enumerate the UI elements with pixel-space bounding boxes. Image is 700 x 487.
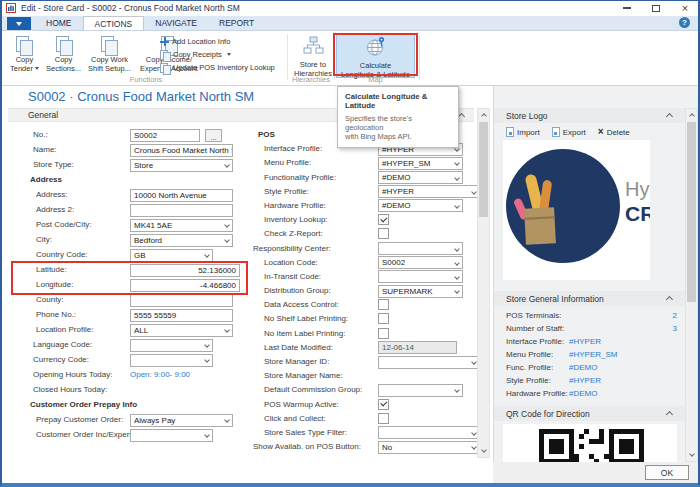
field-checkbox[interactable] <box>378 413 389 424</box>
copy-sections-button[interactable]: CopySections... <box>44 34 83 78</box>
info-value[interactable]: #HYPER_SM <box>569 350 617 359</box>
field-textbox[interactable]: 52.136000 <box>130 264 240 277</box>
info-value[interactable]: #HYPER <box>569 376 601 385</box>
copy-tender-button[interactable]: CopyTender <box>8 34 41 78</box>
field-textbox[interactable]: 10000 North Avenue <box>130 189 233 202</box>
maximize-icon[interactable] <box>651 3 661 13</box>
field-checkbox[interactable] <box>378 214 389 225</box>
field-dropdown[interactable] <box>378 426 480 439</box>
close-icon[interactable]: × <box>680 3 690 13</box>
field-dropdown[interactable]: S0002 <box>378 256 463 269</box>
copy-receipts-button[interactable]: Copy Receipts <box>160 49 231 60</box>
info-value[interactable]: 2 <box>673 311 677 320</box>
button-label: Add Location Info <box>172 37 230 46</box>
ok-button[interactable]: OK <box>645 465 689 480</box>
field-label: Store Sales Type Filter: <box>264 428 347 437</box>
field-dropdown[interactable] <box>378 270 463 283</box>
lookup-button[interactable]: ... <box>205 129 222 142</box>
copy-work-shift-setup-button[interactable]: Copy WorkShift Setup... <box>86 34 133 78</box>
collapse-icon[interactable] <box>666 296 673 303</box>
field-row: Currency Code: <box>20 353 252 368</box>
field-dropdown[interactable] <box>378 356 480 369</box>
field-dropdown[interactable]: #HYPER <box>378 185 480 198</box>
field-dropdown[interactable]: #HYPER_SM <box>378 157 463 170</box>
field-dropdown[interactable]: No <box>378 441 480 454</box>
field-checkbox[interactable] <box>378 299 389 310</box>
delete-button[interactable]: ×Delete <box>598 127 630 137</box>
add-location-info-button[interactable]: Add Location Info <box>160 36 230 47</box>
info-value[interactable]: #DEMO <box>569 363 597 372</box>
tab-actions[interactable]: ACTIONS <box>83 16 145 30</box>
scrollbar-thumb[interactable] <box>479 122 488 217</box>
field-dropdown[interactable]: ALL <box>130 324 233 337</box>
field-row: Style Profile:#HYPER <box>250 185 485 199</box>
field-dropdown[interactable]: SUPERMARK <box>378 285 463 298</box>
field-checkbox[interactable] <box>378 328 389 339</box>
factbox-scrollbar[interactable] <box>685 108 698 462</box>
org-chart-icon <box>302 35 324 60</box>
field-value: Cronus Food Market North SM <box>134 146 233 155</box>
tab-home[interactable]: HOME <box>35 16 83 30</box>
field-dropdown[interactable] <box>130 354 213 367</box>
field-label: Location Code: <box>264 258 318 267</box>
info-row: POS Terminals:2 <box>494 309 677 322</box>
field-row: Post Code/City:MK41 5AE <box>20 218 252 233</box>
field-dropdown[interactable] <box>378 384 463 397</box>
field-dropdown[interactable]: #DEMO <box>378 199 463 212</box>
field-label: Style Profile: <box>264 187 309 196</box>
field-textbox[interactable] <box>130 294 233 307</box>
field-textbox[interactable]: Cronus Food Market North SM <box>130 144 233 157</box>
minimize-icon[interactable] <box>622 3 632 13</box>
collapse-icon[interactable] <box>666 411 673 418</box>
store-to-hierarchies-button[interactable]: Store toHierarchies <box>292 34 334 78</box>
factbox-store-info-header[interactable]: Store General Information <box>494 291 698 306</box>
field-textbox[interactable]: S0002 <box>130 129 200 142</box>
info-value[interactable]: #DEMO <box>569 389 597 398</box>
form-scrollbar[interactable] <box>477 108 490 458</box>
collapse-icon[interactable] <box>666 113 673 120</box>
field-label: Language Code: <box>33 340 92 349</box>
field-checkbox[interactable] <box>378 228 389 239</box>
field-dropdown[interactable] <box>130 339 213 352</box>
scroll-down-icon[interactable] <box>686 449 697 461</box>
field-dropdown[interactable]: Bedford <box>130 234 233 247</box>
info-label: Menu Profile: <box>506 350 553 359</box>
copy-document-icon <box>160 50 170 60</box>
update-pos-inventory-lookup-button[interactable]: Update POS Inventory Lookup <box>160 62 275 73</box>
factbox-qr-header[interactable]: QR Code for Direction <box>494 406 698 421</box>
field-dropdown[interactable] <box>378 242 463 255</box>
tab-report[interactable]: REPORT <box>208 16 265 30</box>
scrollbar-thumb[interactable] <box>687 122 696 302</box>
help-icon[interactable]: ? <box>679 17 690 28</box>
calculate-longitude-latitude-button[interactable]: CalculateLongitude & Latitude <box>336 34 415 78</box>
field-dropdown[interactable]: Always Pay <box>130 414 233 427</box>
application-menu-button[interactable] <box>7 17 31 30</box>
info-value[interactable]: 3 <box>673 324 677 333</box>
tab-navigate[interactable]: NAVIGATE <box>144 16 208 30</box>
scroll-up-icon[interactable] <box>686 109 697 121</box>
field-textbox[interactable]: 5555 55559 <box>130 309 233 322</box>
field-dropdown[interactable]: Store <box>130 159 233 172</box>
field-checkbox[interactable] <box>378 399 389 410</box>
export-button[interactable]: Export <box>552 127 586 137</box>
scroll-up-icon[interactable] <box>478 109 489 121</box>
dropdown-caret-icon <box>224 237 230 243</box>
field-textbox[interactable]: 12-06-14 <box>378 341 457 354</box>
field-dropdown[interactable]: GB <box>130 249 213 262</box>
field-dropdown[interactable]: MK41 5AE <box>130 219 233 232</box>
field-dropdown[interactable] <box>130 429 213 442</box>
field-textbox[interactable]: -4.466800 <box>130 279 240 292</box>
scroll-down-icon[interactable] <box>478 445 489 457</box>
import-button[interactable]: Import <box>506 127 540 137</box>
field-textbox[interactable] <box>130 204 233 217</box>
collapse-icon[interactable] <box>458 113 465 120</box>
field-checkbox[interactable] <box>378 313 389 324</box>
field-display-value: Open: 9:00- 9:00 <box>130 370 190 379</box>
factbox-store-logo-header[interactable]: Store Logo <box>494 108 698 123</box>
field-dropdown[interactable]: #DEMO <box>378 171 463 184</box>
field-row: Address:10000 North Avenue <box>20 188 252 203</box>
field-label: Longitude: <box>36 280 73 289</box>
info-value[interactable]: #HYPER <box>569 337 601 346</box>
field-value: MK41 5AE <box>134 221 172 230</box>
field-label: Store Type: <box>33 160 74 169</box>
